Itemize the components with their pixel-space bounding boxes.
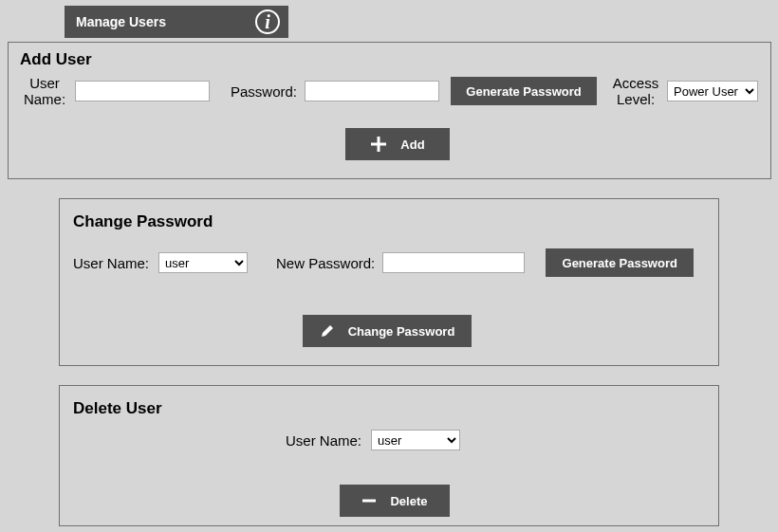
change-password-panel: Change Password User Name: user New Pass… (59, 198, 719, 366)
minus-icon (361, 493, 377, 508)
cp-username-select[interactable]: user (158, 252, 248, 273)
add-user-title: Add User (20, 50, 92, 69)
pencil-icon (320, 323, 335, 339)
info-icon[interactable]: i (254, 9, 281, 38)
access-level-select[interactable]: Power User (667, 81, 758, 101)
add-button[interactable]: Add (345, 128, 450, 160)
svg-text:i: i (265, 11, 270, 32)
delete-user-title: Delete User (73, 399, 162, 418)
delete-button-label: Delete (390, 494, 427, 508)
delete-button[interactable]: Delete (340, 485, 450, 517)
page-title: Manage Users (76, 14, 166, 29)
cp-new-password-input[interactable] (382, 252, 525, 273)
password-input[interactable] (305, 81, 439, 101)
svg-rect-3 (371, 143, 386, 146)
change-password-button-label: Change Password (348, 324, 455, 339)
del-username-label: User Name: (286, 432, 361, 449)
change-password-title: Change Password (73, 212, 213, 231)
add-user-panel: Add User UserName: Password: Generate Pa… (8, 42, 771, 179)
username-input[interactable] (75, 81, 210, 101)
cp-username-label: User Name: (73, 255, 149, 271)
delete-user-panel: Delete User User Name: user Delete (59, 385, 719, 526)
generate-password-button[interactable]: Generate Password (451, 77, 597, 105)
change-password-button[interactable]: Change Password (303, 315, 472, 347)
del-username-select[interactable]: user (371, 430, 460, 450)
cp-generate-password-button[interactable]: Generate Password (546, 248, 694, 277)
svg-rect-4 (362, 500, 376, 503)
add-button-label: Add (400, 138, 424, 152)
plus-icon (370, 136, 387, 153)
cp-new-password-label: New Password: (276, 255, 375, 271)
password-label: Password: (231, 83, 297, 100)
page-header: Manage Users i (65, 6, 288, 38)
access-level-label: AccessLevel: (608, 75, 663, 108)
username-label: UserName: (18, 75, 71, 108)
